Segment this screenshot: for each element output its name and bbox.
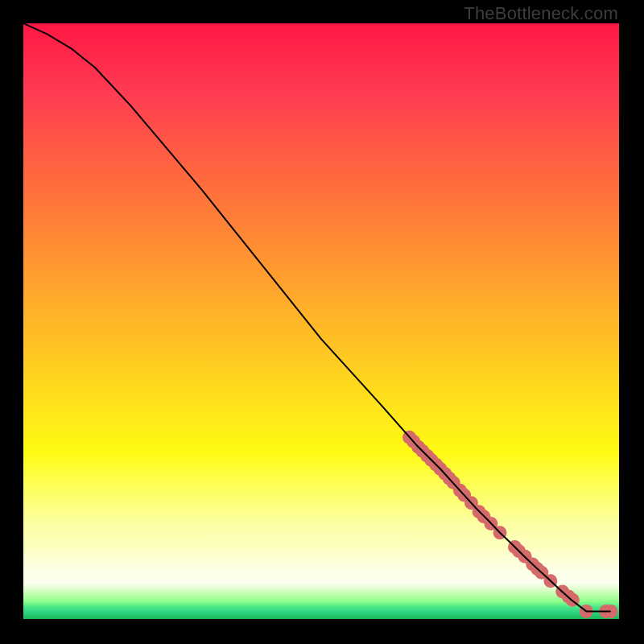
gradient-plot-background <box>23 23 619 619</box>
watermark-text: TheBottleneck.com <box>464 3 618 24</box>
chart-container: TheBottleneck.com <box>0 0 644 644</box>
